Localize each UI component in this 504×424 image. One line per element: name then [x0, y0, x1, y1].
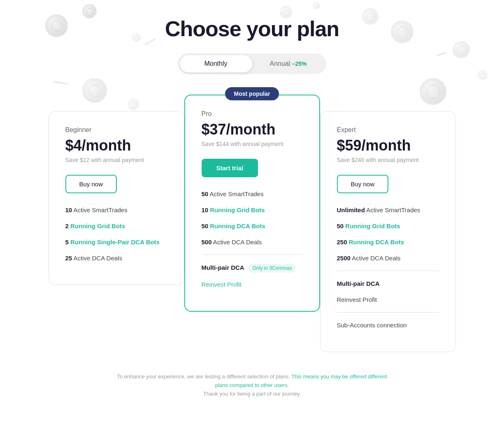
expert-divider-2	[337, 312, 439, 313]
beginner-feature-1: 10 Active SmartTrades	[65, 206, 167, 214]
only-in-3commas-badge: Only in 3Commas	[249, 264, 296, 273]
expert-feature-1: Unlimited Active SmartTrades	[337, 206, 439, 214]
pro-plan-name: Pro	[202, 110, 303, 118]
pro-extra-1: Multi-pair DCA Only in 3Commas	[202, 263, 303, 273]
beginner-plan-price: $4/month	[65, 137, 167, 154]
monthly-toggle-button[interactable]: Monthly	[180, 55, 252, 72]
pro-extra-2: Reinvest Profit	[202, 280, 303, 289]
pro-feature-3: 50 Running DCA Bots	[202, 222, 303, 230]
annual-label: Annual	[269, 60, 290, 67]
most-popular-badge: Most popular	[225, 87, 279, 100]
pro-plan-price: $37/month	[202, 121, 303, 138]
expert-plan-name: Expert	[337, 126, 439, 134]
expert-plan-price: $59/month	[337, 137, 439, 154]
main-content: Choose your plan Monthly Annual –25% Beg…	[0, 0, 504, 398]
expert-divider-1	[337, 271, 439, 271]
expert-extra-1: Multi-pair DCA	[337, 279, 439, 288]
expert-buy-button[interactable]: Buy now	[337, 175, 389, 193]
expert-plan-card: Expert $59/month Save $240 with annual p…	[320, 111, 456, 352]
beginner-feature-2: 2 Running Grid Bots	[65, 222, 167, 230]
expert-plan-savings: Save $240 with annual payment	[337, 157, 439, 163]
pro-feature-4: 500 Active DCA Deals	[202, 238, 303, 246]
annual-toggle-button[interactable]: Annual –25%	[252, 55, 325, 72]
beginner-plan-name: Beginner	[65, 126, 167, 134]
expert-feature-4: 2500 Active DCA Deals	[337, 254, 439, 262]
pro-feature-1: 50 Active SmartTrades	[202, 190, 303, 198]
footer-note: To enhance your experience, we are testi…	[112, 373, 392, 398]
expert-feature-3: 250 Running DCA Bots	[337, 238, 439, 246]
beginner-feature-4: 25 Active DCA Deals	[65, 254, 167, 262]
beginner-plan-card: Beginner $4/month Save $12 with annual p…	[49, 111, 184, 285]
beginner-feature-3: 5 Running Single-Pair DCA Bots	[65, 238, 167, 246]
annual-discount: –25%	[292, 60, 307, 67]
beginner-plan-savings: Save $12 with annual payment	[65, 157, 167, 163]
plans-container: Beginner $4/month Save $12 with annual p…	[26, 95, 478, 352]
page-title: Choose your plan	[165, 16, 339, 41]
expert-sub-accounts: Sub-Accounts connection	[337, 321, 439, 329]
beginner-buy-button[interactable]: Buy now	[65, 175, 117, 193]
expert-extra-2: Reinvest Profit	[337, 295, 439, 304]
footer-line1: To enhance your experience, we are testi…	[117, 373, 290, 380]
pro-plan-card: Most popular Pro $37/month Save $144 wit…	[184, 95, 320, 312]
billing-toggle: Monthly Annual –25%	[178, 53, 326, 74]
footer-line2: Thank you for being a part of our journe…	[203, 391, 301, 397]
pro-plan-savings: Save $144 with annual payment	[202, 141, 303, 147]
pro-start-trial-button[interactable]: Start trial	[202, 159, 258, 177]
pro-divider	[202, 255, 303, 255]
pro-feature-2: 10 Running Grid Bots	[202, 206, 303, 214]
expert-feature-2: 50 Running Grid Bots	[337, 222, 439, 230]
